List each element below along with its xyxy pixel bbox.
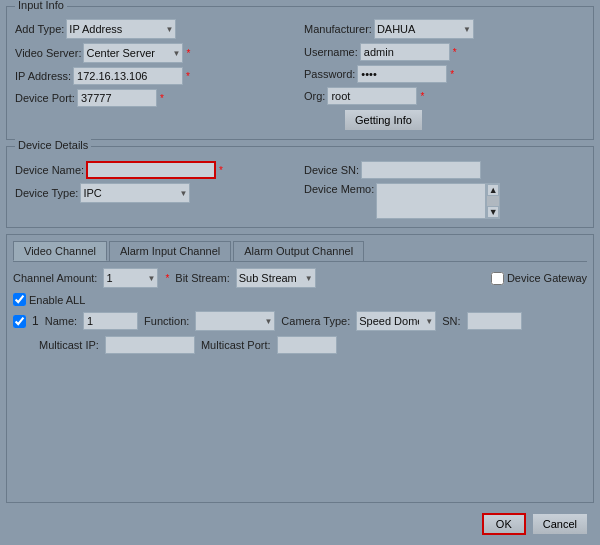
enable-all-item: Enable ALL [13,293,85,306]
channel-checkbox[interactable] [13,315,26,328]
channel-amount-required: * [165,273,169,284]
manufacturer-select-wrap: DAHUA [374,19,474,39]
enable-all-row: Enable ALL [13,293,587,306]
tab-video-channel[interactable]: Video Channel [13,241,107,261]
org-required: * [420,91,424,102]
enable-all-label: Enable ALL [29,294,85,306]
device-gateway-label: Device Gateway [507,272,587,284]
input-info-title: Input Info [15,0,67,11]
device-memo-row: Device Memo: ▲ ▼ [304,183,585,219]
channel-amount-row: Channel Amount: 1 * Bit Stream: Sub Stre… [13,268,587,288]
ip-address-input[interactable] [73,67,183,85]
bit-stream-label: Bit Stream: [175,272,229,284]
input-info-left: Add Type: IP Address Video Server: Cente… [15,19,296,131]
device-gateway-item: Device Gateway [491,272,587,285]
device-sn-row: Device SN: [304,161,585,179]
multicast-ip-label: Multicast IP: [39,339,99,351]
function-label: Function: [144,315,189,327]
channel-amount-label: Channel Amount: [13,272,97,284]
sn-label: SN: [442,315,460,327]
getting-info-button[interactable]: Getting Info [344,109,423,131]
add-type-row: Add Type: IP Address [15,19,296,39]
device-gateway-checkbox[interactable] [491,272,504,285]
scroll-up-btn[interactable]: ▲ [487,184,499,196]
device-details-left: Device Name: * Device Type: IPC [15,161,296,219]
device-name-label: Device Name: [15,164,84,176]
org-row: Org: * [304,87,585,105]
manufacturer-row: Manufacturer: DAHUA [304,19,585,39]
cancel-button[interactable]: Cancel [532,513,588,535]
camera-type-label: Camera Type: [281,315,350,327]
device-port-input[interactable] [77,89,157,107]
ok-button[interactable]: OK [482,513,526,535]
input-info-section: Input Info Add Type: IP Address Video Se… [6,6,594,140]
username-required: * [453,47,457,58]
device-sn-label: Device SN: [304,164,359,176]
device-port-label: Device Port: [15,92,75,104]
video-channel-section: Video Channel Alarm Input Channel Alarm … [6,234,594,503]
bottom-buttons: OK Cancel [6,509,594,539]
device-name-required: * [219,165,223,176]
device-type-select[interactable]: IPC [80,183,190,203]
camera-type-select[interactable]: Speed Dome [356,311,436,331]
port-required: * [160,93,164,104]
input-info-right: Manufacturer: DAHUA Username: * Password… [304,19,585,131]
manufacturer-select[interactable]: DAHUA [374,19,474,39]
device-name-input[interactable] [86,161,216,179]
tab-alarm-input[interactable]: Alarm Input Channel [109,241,231,261]
main-container: Input Info Add Type: IP Address Video Se… [0,0,600,545]
scroll-track [487,196,499,206]
org-label: Org: [304,90,325,102]
multicast-port-input[interactable] [277,336,337,354]
device-details-title: Device Details [15,139,91,151]
add-type-select-wrap: IP Address [66,19,176,39]
video-server-select[interactable]: Center Server [83,43,183,63]
function-select[interactable] [195,311,275,331]
video-server-label: Video Server: [15,47,81,59]
username-label: Username: [304,46,358,58]
org-input[interactable] [327,87,417,105]
bit-stream-select-wrap: Sub Stream [236,268,316,288]
channel-name-input[interactable] [83,312,138,330]
enable-all-checkbox[interactable] [13,293,26,306]
device-memo-scrollbar: ▲ ▼ [486,183,500,219]
tab-alarm-output[interactable]: Alarm Output Channel [233,241,364,261]
device-port-row: Device Port: * [15,89,296,107]
multicast-port-label: Multicast Port: [201,339,271,351]
username-input[interactable] [360,43,450,61]
sn-input[interactable] [467,312,522,330]
add-type-select[interactable]: IP Address [66,19,176,39]
video-server-required: * [186,48,190,59]
function-select-wrap [195,311,275,331]
device-details-section: Device Details Device Name: * Device Typ… [6,146,594,228]
input-info-grid: Add Type: IP Address Video Server: Cente… [15,19,585,131]
username-row: Username: * [304,43,585,61]
channel-number: 1 [32,314,39,328]
password-required: * [450,69,454,80]
device-sn-input[interactable] [361,161,481,179]
manufacturer-label: Manufacturer: [304,23,372,35]
bit-stream-select[interactable]: Sub Stream [236,268,316,288]
name-label: Name: [45,315,77,327]
channel-amount-select[interactable]: 1 [103,268,158,288]
device-details-right: Device SN: Device Memo: ▲ ▼ [304,161,585,219]
scroll-down-btn[interactable]: ▼ [487,206,499,218]
add-type-label: Add Type: [15,23,64,35]
password-input[interactable] [357,65,447,83]
channel-amount-select-wrap: 1 [103,268,158,288]
ip-address-row: IP Address: * [15,67,296,85]
getting-info-row: Getting Info [344,109,585,131]
device-type-row: Device Type: IPC [15,183,296,203]
multicast-ip-input[interactable] [105,336,195,354]
device-memo-textarea[interactable] [376,183,486,219]
password-row: Password: * [304,65,585,83]
video-server-row: Video Server: Center Server * [15,43,296,63]
device-name-row: Device Name: * [15,161,296,179]
channel-detail-row: 1 Name: Function: Camera Type: Speed Dom… [13,311,587,331]
password-label: Password: [304,68,355,80]
device-memo-container: ▲ ▼ [376,183,500,219]
device-details-grid: Device Name: * Device Type: IPC Device S [15,161,585,219]
multicast-row: Multicast IP: Multicast Port: [13,336,587,354]
camera-type-select-wrap: Speed Dome [356,311,436,331]
tab-bar: Video Channel Alarm Input Channel Alarm … [13,241,587,262]
